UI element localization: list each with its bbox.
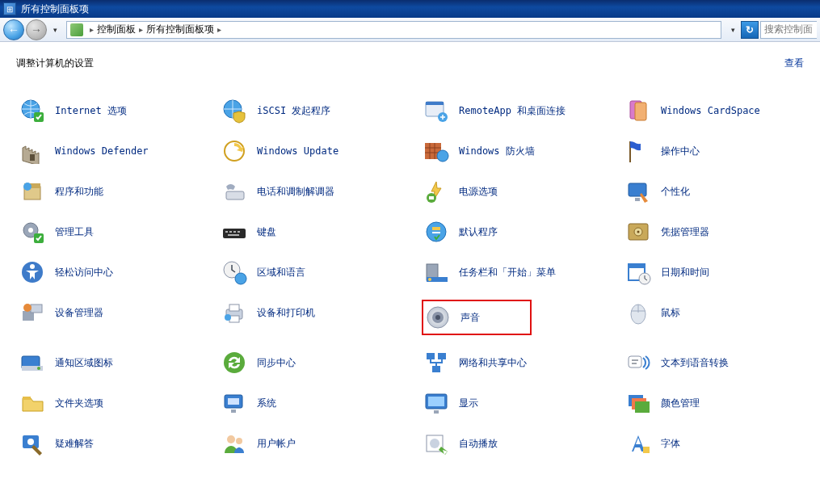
mouse-icon bbox=[625, 300, 651, 326]
tts-icon bbox=[625, 350, 651, 376]
item-label: 鼠标 bbox=[661, 306, 680, 320]
network-icon bbox=[423, 350, 449, 376]
item-label: Windows Update bbox=[257, 145, 339, 157]
control-panel-item-users[interactable]: 用户帐户 bbox=[220, 430, 422, 456]
speaker-icon bbox=[425, 304, 451, 330]
control-panel-item-power[interactable]: 电源选项 bbox=[422, 178, 624, 204]
svg-rect-30 bbox=[432, 227, 440, 230]
control-panel-item-sync[interactable]: 同步中心 bbox=[220, 350, 422, 376]
svg-rect-66 bbox=[231, 410, 236, 413]
sync-icon bbox=[221, 350, 247, 376]
svg-point-21 bbox=[28, 228, 33, 233]
control-panel-item-fonts[interactable]: 字体 bbox=[624, 430, 820, 456]
devices-icon bbox=[19, 300, 45, 326]
item-label: 任务栏和「开始」菜单 bbox=[459, 266, 556, 279]
svg-rect-64 bbox=[23, 397, 31, 400]
control-panel-item-admin-tools[interactable]: 管理工具 bbox=[18, 219, 220, 245]
address-bar[interactable]: ▸ 控制面板 ▸ 所有控制面板项 ▸ bbox=[66, 21, 721, 39]
taskbar-icon bbox=[423, 259, 449, 285]
autoplay-icon bbox=[423, 430, 449, 456]
item-label: 凭据管理器 bbox=[661, 225, 709, 239]
monitor-paint-icon bbox=[625, 178, 651, 204]
calendar-clock-icon bbox=[625, 259, 651, 285]
breadcrumb-root[interactable]: 控制面板 bbox=[97, 23, 136, 36]
control-panel-item-network[interactable]: 网络和共享中心 bbox=[422, 350, 624, 376]
control-panel-item-color[interactable]: 颜色管理 bbox=[624, 390, 820, 416]
control-panel-item-defender[interactable]: Windows Defender bbox=[18, 138, 220, 164]
control-panel-item-region[interactable]: 区域和语言 bbox=[220, 259, 422, 285]
control-panel-item-programs[interactable]: 程序和功能 bbox=[18, 178, 220, 204]
control-panel-item-troubleshoot[interactable]: 疑难解答 bbox=[18, 430, 220, 456]
back-button[interactable]: ← bbox=[3, 19, 24, 40]
gear-check-icon bbox=[19, 219, 45, 245]
control-panel-item-datetime[interactable]: 日期和时间 bbox=[624, 259, 820, 285]
control-panel-item-keyboard[interactable]: 键盘 bbox=[220, 219, 422, 245]
control-panel-item-system[interactable]: 系统 bbox=[220, 390, 422, 416]
svg-point-36 bbox=[30, 264, 35, 269]
control-panel-item-taskbar[interactable]: 任务栏和「开始」菜单 bbox=[422, 259, 624, 285]
keyboard-icon bbox=[221, 219, 247, 245]
svg-rect-73 bbox=[635, 401, 650, 413]
control-panel-item-iscsi-initiator[interactable]: iSCSI 发起程序 bbox=[220, 98, 422, 124]
update-icon bbox=[221, 138, 247, 164]
item-label: 操作中心 bbox=[661, 145, 700, 158]
history-dropdown[interactable]: ▾ bbox=[48, 21, 61, 39]
control-panel-item-tts[interactable]: 文本到语音转换 bbox=[624, 350, 820, 376]
item-label: 显示 bbox=[459, 397, 478, 410]
control-panel-item-display[interactable]: 显示 bbox=[422, 390, 624, 416]
control-panel-item-sound[interactable]: 声音 bbox=[422, 300, 532, 335]
control-panel-item-action-center[interactable]: 操作中心 bbox=[624, 138, 820, 164]
item-label: 疑难解答 bbox=[55, 437, 94, 451]
control-panel-item-credentials[interactable]: 凭据管理器 bbox=[624, 219, 820, 245]
control-panel-item-autoplay[interactable]: 自动播放 bbox=[422, 430, 624, 456]
control-panel-item-firewall[interactable]: Windows 防火墙 bbox=[422, 138, 624, 164]
svg-point-47 bbox=[23, 304, 32, 312]
control-panel-item-folder-options[interactable]: 文件夹选项 bbox=[18, 390, 220, 416]
control-panel-item-remoteapp[interactable]: RemoteApp 和桌面连接 bbox=[422, 98, 624, 124]
control-panel-item-personalize[interactable]: 个性化 bbox=[624, 178, 820, 204]
control-panel-item-cardspace[interactable]: Windows CardSpace bbox=[624, 98, 820, 124]
svg-point-14 bbox=[23, 183, 32, 191]
search-placeholder: 搜索控制面 bbox=[764, 23, 813, 36]
item-label: 轻松访问中心 bbox=[55, 266, 113, 279]
control-panel-item-mouse[interactable]: 鼠标 bbox=[624, 300, 820, 326]
item-label: 字体 bbox=[661, 437, 680, 451]
svg-rect-69 bbox=[428, 397, 444, 406]
control-panel-item-phone-modem[interactable]: 电话和调制解调器 bbox=[220, 178, 422, 204]
clock-globe-icon bbox=[221, 259, 247, 285]
svg-rect-17 bbox=[429, 196, 434, 200]
breadcrumb-sep: ▸ bbox=[217, 25, 221, 34]
control-panel-item-defaults[interactable]: 默认程序 bbox=[422, 219, 624, 245]
svg-rect-60 bbox=[427, 353, 435, 359]
svg-point-34 bbox=[637, 231, 640, 233]
item-label: 网络和共享中心 bbox=[459, 356, 527, 370]
item-label: iSCSI 发起程序 bbox=[257, 104, 330, 118]
svg-rect-26 bbox=[233, 231, 236, 233]
refresh-button[interactable]: ↻ bbox=[741, 21, 759, 39]
box-icon bbox=[19, 178, 45, 204]
control-panel-item-ease-access[interactable]: 轻松访问中心 bbox=[18, 259, 220, 285]
castle-icon bbox=[19, 138, 45, 164]
svg-rect-70 bbox=[434, 410, 439, 414]
control-panel-item-device-mgr[interactable]: 设备管理器 bbox=[18, 300, 220, 326]
svg-rect-4 bbox=[426, 102, 444, 105]
svg-point-51 bbox=[225, 314, 231, 321]
tray-icon bbox=[19, 350, 45, 376]
item-label: 个性化 bbox=[661, 185, 690, 199]
item-label: RemoteApp 和桌面连接 bbox=[459, 104, 566, 118]
breadcrumb-current[interactable]: 所有控制面板项 bbox=[146, 23, 214, 36]
control-panel-item-update[interactable]: Windows Update bbox=[220, 138, 422, 164]
control-panel-item-internet-options[interactable]: Internet 选项 bbox=[18, 98, 220, 124]
control-panel-item-tray-icons[interactable]: 通知区域图标 bbox=[18, 350, 220, 376]
control-panel-item-devices-printers[interactable]: 设备和打印机 bbox=[220, 300, 422, 326]
window-title-text: 所有控制面板项 bbox=[21, 2, 89, 16]
view-by-link[interactable]: 查看 bbox=[784, 57, 804, 70]
navigation-bar: ← → ▾ ▸ 控制面板 ▸ 所有控制面板项 ▸ ▾ ↻ 搜索控制面 bbox=[0, 18, 820, 42]
address-dropdown[interactable]: ▾ bbox=[726, 21, 739, 39]
svg-rect-19 bbox=[635, 198, 640, 201]
forward-button[interactable]: → bbox=[26, 19, 47, 40]
svg-point-54 bbox=[435, 315, 440, 320]
search-input[interactable]: 搜索控制面 bbox=[760, 21, 817, 39]
breadcrumb-sep: ▸ bbox=[90, 25, 94, 34]
svg-rect-81 bbox=[643, 447, 650, 453]
